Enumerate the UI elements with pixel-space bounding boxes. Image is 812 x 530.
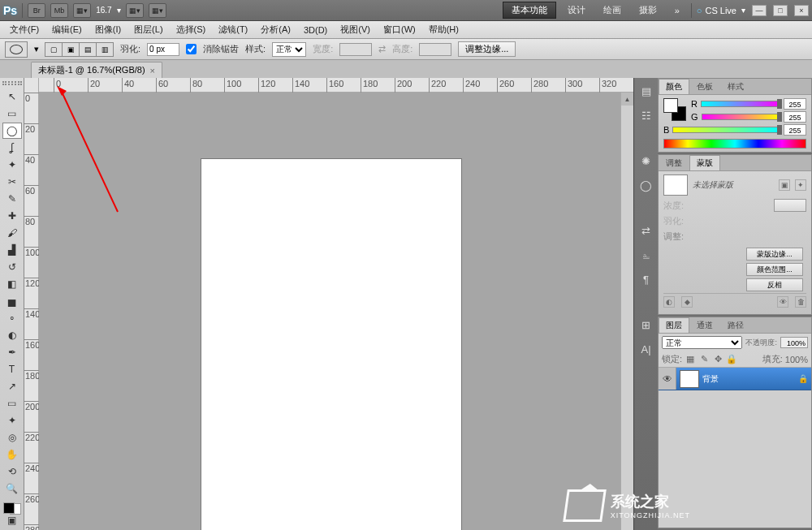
eyedropper-tool[interactable]: ✎: [2, 191, 22, 207]
brush-presets-panel-icon[interactable]: ◯: [637, 175, 656, 195]
tab-styles[interactable]: 样式: [720, 79, 751, 94]
actions-panel-icon[interactable]: ☷: [637, 106, 656, 125]
invert-button[interactable]: 反相: [746, 278, 803, 291]
menu-edit[interactable]: 编辑(E): [47, 22, 87, 37]
rotate-view-tool[interactable]: ⟲: [2, 463, 22, 480]
workspace-design[interactable]: 设计: [561, 4, 592, 16]
lock-position-icon[interactable]: ✥: [712, 354, 723, 365]
eraser-tool[interactable]: ◧: [2, 276, 22, 292]
scroll-up-icon[interactable]: ▲: [621, 93, 633, 106]
style-select[interactable]: 正常: [272, 42, 306, 57]
pixel-mask-icon[interactable]: ▣: [779, 179, 790, 191]
extras-icon[interactable]: ▦▾: [149, 3, 166, 18]
color-range-button[interactable]: 颜色范围...: [746, 263, 803, 276]
workspace-essentials[interactable]: 基本功能: [503, 2, 556, 19]
mask-toggle-icon[interactable]: 👁: [777, 296, 788, 308]
tab-channels[interactable]: 通道: [689, 317, 720, 333]
path-select-tool[interactable]: ↗: [2, 378, 22, 394]
r-slider[interactable]: [701, 101, 780, 107]
zoom-level[interactable]: 16.7: [96, 6, 111, 15]
color-ramp[interactable]: [663, 139, 806, 149]
dodge-tool[interactable]: ◐: [2, 327, 22, 343]
menu-select[interactable]: 选择(S): [171, 22, 211, 37]
history-panel-icon[interactable]: ▤: [637, 81, 656, 101]
brush-panel-icon[interactable]: ✺: [637, 151, 656, 170]
gradient-tool[interactable]: ▅: [2, 293, 22, 309]
quickmask-toggle[interactable]: ▣: [2, 515, 22, 526]
tab-swatches[interactable]: 色板: [689, 79, 720, 94]
zoom-tool[interactable]: 🔍: [2, 480, 22, 497]
menu-layer[interactable]: 图层(L): [129, 22, 167, 37]
blend-mode-select[interactable]: 正常: [662, 336, 742, 349]
opacity-value[interactable]: 100%: [780, 337, 808, 348]
tab-adjustments[interactable]: 调整: [659, 155, 689, 170]
color-panel-swatches[interactable]: [663, 98, 686, 121]
tab-masks[interactable]: 蒙版: [689, 155, 720, 170]
bridge-icon[interactable]: Br: [28, 3, 45, 18]
window-close-button[interactable]: ×: [794, 5, 809, 16]
mask-apply-icon[interactable]: ◆: [681, 296, 693, 308]
layer-row[interactable]: 👁 背景 🔒: [659, 368, 811, 390]
menu-view[interactable]: 视图(V): [335, 22, 375, 37]
shape-tool[interactable]: ▭: [2, 395, 22, 412]
fill-value[interactable]: 100%: [785, 355, 808, 364]
spot-heal-tool[interactable]: ✚: [2, 208, 22, 224]
r-value[interactable]: 255: [784, 98, 806, 110]
toolbox-handle[interactable]: [2, 81, 22, 85]
menu-image[interactable]: 图像(I): [90, 22, 126, 37]
character-panel-icon[interactable]: ⎁: [637, 245, 656, 265]
tab-paths[interactable]: 路径: [720, 317, 751, 333]
vertical-scrollbar[interactable]: ▲: [620, 93, 633, 530]
window-maximize-button[interactable]: □: [773, 5, 788, 16]
type-tool[interactable]: T: [2, 361, 22, 377]
mask-thumbnail[interactable]: [663, 175, 688, 196]
minibridge-icon[interactable]: Mb: [50, 3, 68, 18]
b-slider[interactable]: [672, 127, 780, 133]
workspace-more[interactable]: »: [668, 6, 686, 15]
workspace-photography[interactable]: 摄影: [633, 4, 663, 16]
document-tab-close-icon[interactable]: ×: [150, 66, 155, 75]
stamp-tool[interactable]: ▟: [2, 242, 22, 258]
lock-transparency-icon[interactable]: ▦: [685, 354, 696, 365]
screen-mode-icon[interactable]: ▦▾: [73, 3, 91, 18]
lock-all-icon[interactable]: 🔒: [726, 354, 737, 365]
blur-tool[interactable]: ∘: [2, 310, 22, 326]
arrange-docs-icon[interactable]: ▦▾: [126, 3, 144, 18]
navigator-panel-icon[interactable]: ⊞: [637, 315, 656, 334]
workspace-painting[interactable]: 绘画: [597, 4, 628, 16]
document-canvas[interactable]: [201, 159, 461, 530]
paragraph-panel-icon[interactable]: ¶: [637, 269, 656, 289]
crop-tool[interactable]: ✂: [2, 174, 22, 190]
info-panel-icon[interactable]: A|: [637, 339, 656, 359]
tab-layers[interactable]: 图层: [659, 317, 689, 333]
lock-pixels-icon[interactable]: ✎: [698, 354, 710, 365]
cslive-menu[interactable]: CS Live: [697, 6, 736, 15]
fg-bg-swatch[interactable]: [3, 502, 21, 515]
document-tab[interactable]: 未标题-1 @ 16.7%(RGB/8) ×: [31, 62, 162, 78]
g-value[interactable]: 255: [784, 111, 806, 123]
pen-tool[interactable]: ✒: [2, 344, 22, 360]
quick-select-tool[interactable]: ✦: [2, 157, 22, 173]
selection-sub-button[interactable]: ▤: [79, 42, 97, 57]
feather-input[interactable]: [147, 43, 179, 56]
menu-3d[interactable]: 3D(D): [299, 24, 332, 37]
menu-filter[interactable]: 滤镜(T): [214, 22, 253, 37]
tab-color[interactable]: 颜色: [659, 79, 689, 94]
b-value[interactable]: 255: [784, 124, 806, 136]
antialias-checkbox[interactable]: [186, 44, 197, 54]
marquee-tool[interactable]: ▭: [2, 106, 22, 122]
menu-file[interactable]: 文件(F): [5, 22, 44, 37]
tool-preset-picker[interactable]: [5, 41, 28, 58]
refine-edge-button[interactable]: 调整边缘...: [458, 41, 516, 57]
foreground-color-swatch[interactable]: [3, 502, 15, 514]
vector-mask-icon[interactable]: ✦: [795, 179, 806, 191]
move-tool[interactable]: ↖: [2, 88, 22, 105]
window-minimize-button[interactable]: —: [752, 5, 767, 16]
layer-name[interactable]: 背景: [702, 373, 798, 385]
hand-tool[interactable]: ✋: [2, 446, 22, 463]
menu-analysis[interactable]: 分析(A): [256, 22, 296, 37]
ellipse-marquee-tool[interactable]: ◯: [2, 123, 22, 139]
layer-visibility-icon[interactable]: 👁: [659, 368, 676, 390]
brush-tool[interactable]: 🖌: [2, 225, 22, 241]
selection-intersect-button[interactable]: ▥: [96, 42, 114, 57]
